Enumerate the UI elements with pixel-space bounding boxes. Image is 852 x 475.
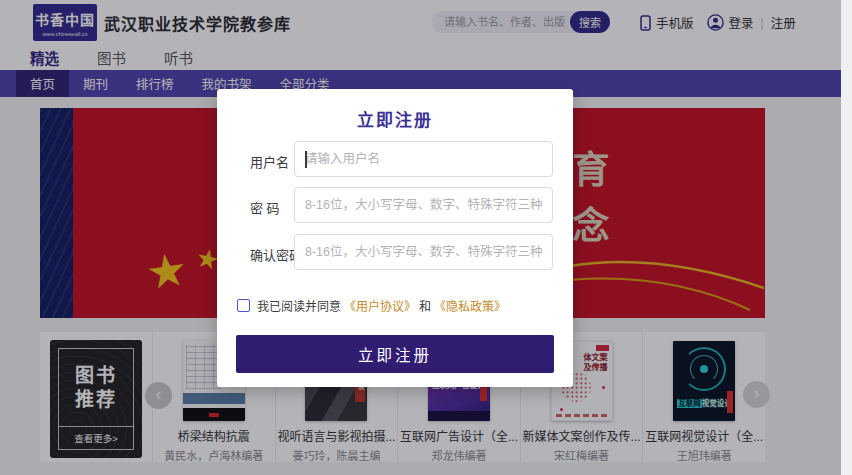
scrollbar-track[interactable]: [841, 0, 852, 475]
agreement-and: 和: [419, 297, 431, 314]
username-label: 用户名: [250, 152, 289, 171]
register-submit-button[interactable]: 立即注册: [236, 335, 554, 373]
password-label: 密 码: [250, 198, 280, 217]
page: 书香中国 www.chineseall.cn 武汉职业技术学院教参库 搜索 手机…: [0, 0, 852, 475]
username-field[interactable]: [294, 141, 553, 177]
confirm-password-field[interactable]: [294, 234, 553, 270]
modal-title: 立即注册: [217, 106, 573, 131]
agreement-checkbox[interactable]: [237, 299, 250, 312]
text-caret: [305, 151, 307, 168]
password-field[interactable]: [294, 187, 553, 223]
agreement-text: 我已阅读并同意: [257, 297, 341, 314]
agreement-row: 我已阅读并同意 《用户协议》 和 《隐私政策》: [237, 297, 509, 314]
user-agreement-link[interactable]: 《用户协议》: [344, 297, 416, 314]
register-modal: 立即注册 用户名 密 码 确认密码 我已阅读并同意 《用户协议》 和 《隐私政策…: [217, 89, 573, 387]
privacy-policy-link[interactable]: 《隐私政策》: [434, 297, 506, 314]
